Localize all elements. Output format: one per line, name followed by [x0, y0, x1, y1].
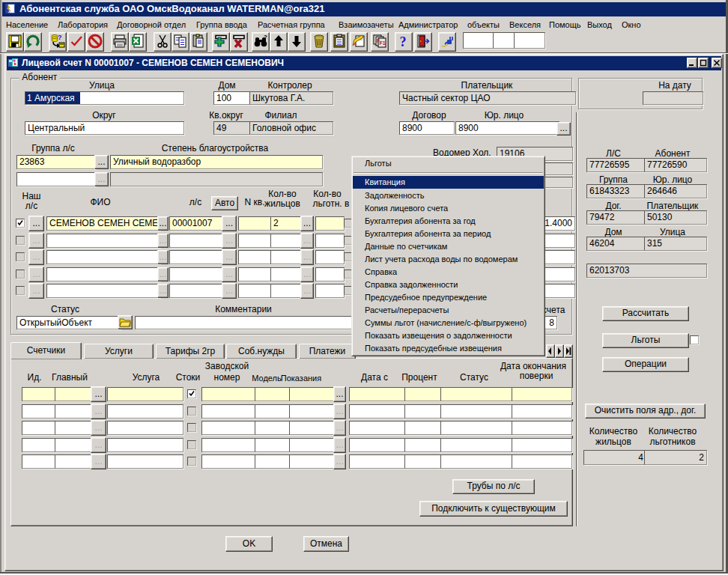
svg-text:F1: F1: [380, 40, 386, 46]
svg-text:?: ?: [264, 34, 267, 40]
svg-text:?: ?: [58, 34, 62, 41]
svg-text:F: F: [377, 38, 380, 43]
svg-text:?: ?: [400, 34, 407, 49]
